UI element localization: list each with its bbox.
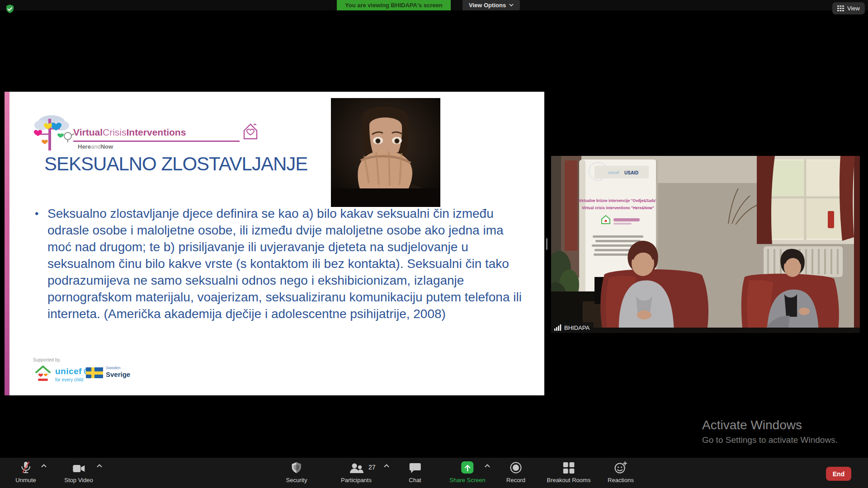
record-icon [510,462,522,474]
child-photo [331,98,440,207]
svg-text:Virtual crisis interventions ": Virtual crisis interventions "Here&Now" [582,206,654,210]
share-screen-icon [462,461,474,474]
reactions-label: Reactions [608,477,634,483]
stop-video-button[interactable]: Stop Video [64,461,93,483]
bullet-marker: • [35,206,38,221]
activate-windows-subtitle: Go to Settings to activate Windows. [702,435,838,445]
microphone-muted-icon [19,461,32,474]
top-bar: You are viewing BHIDAPA's screen View Op… [0,0,868,10]
participants-button[interactable]: Participants [341,461,372,483]
slide-accent-bar [5,92,9,395]
vci-logo-tagline: HereandNow [78,143,113,150]
vci-logo-house-icon [241,122,260,141]
participants-count: 27 [368,464,376,471]
security-button[interactable]: Security [286,461,307,483]
presentation-slide: VirtualCrisisInterventions HereandNow SE… [5,92,544,395]
chat-bubble-icon [409,463,421,474]
vci-logo-tree-icon [28,111,75,154]
slide-body-text: • Seksualno zlostavljanje djece definira… [47,206,527,323]
unmute-button[interactable]: Unmute [15,461,36,483]
share-screen-label: Share Screen [449,477,486,483]
participants-icon [349,463,363,474]
reactions-button[interactable]: Reactions [608,461,634,483]
security-label: Security [286,477,307,483]
video-name-text: BHIDAPA [564,324,590,331]
viewing-screen-banner-text: You are viewing BHIDAPA's screen [345,2,443,9]
view-options-button[interactable]: View Options [462,0,520,10]
view-button[interactable]: View [832,2,865,14]
participants-label: Participants [341,477,372,483]
svg-text:Virtualne krizne intervencije: Virtualne krizne intervencije "Ovdje&Sad… [579,198,657,203]
activate-windows-title: Activate Windows [702,418,802,432]
chat-button[interactable]: Chat [409,461,421,483]
pane-divider-handle[interactable] [546,238,547,250]
camera-icon [72,464,85,474]
stop-video-caret-icon[interactable] [97,464,103,468]
screen-share-area: VirtualCrisisInterventions HereandNow SE… [3,41,544,446]
view-button-label: View [847,5,860,12]
view-options-label: View Options [469,2,506,9]
signal-bars-icon [554,324,561,331]
participant-video[interactable]: unicef USAID Virtualne krizne intervenci… [551,156,860,333]
vci-logo-wordmark: VirtualCrisisInterventions [73,127,186,138]
video-name-tag: BHIDAPA [551,322,594,333]
vci-logo-underline [73,141,240,142]
share-screen-button[interactable]: Share Screen [449,461,486,483]
rollup-unicef-text: unicef [608,170,619,175]
end-meeting-button[interactable]: End [826,467,851,481]
meeting-toolbar [0,458,868,488]
video-scene: unicef USAID Virtualne krizne intervenci… [551,156,860,333]
breakout-rooms-label: Breakout Rooms [547,477,591,483]
viewing-screen-banner: You are viewing BHIDAPA's screen [337,0,451,10]
unmute-label: Unmute [15,477,36,483]
chat-label: Chat [409,477,421,483]
shield-icon [291,462,302,474]
participants-caret-icon[interactable] [384,464,390,468]
sweden-wordmark: Sweden Sverige [106,366,130,378]
share-screen-caret-icon[interactable] [485,464,491,468]
breakout-rooms-button[interactable]: Breakout Rooms [547,461,591,483]
breakout-rooms-icon [563,462,574,474]
record-label: Record [506,477,525,483]
end-meeting-label: End [833,470,844,478]
unmute-caret-icon[interactable] [41,464,47,468]
stop-video-label: Stop Video [64,477,93,483]
meeting-security-shield-icon[interactable] [5,4,15,16]
chevron-down-icon [509,4,514,7]
slide-title: SEKSUALNO ZLOSTAVLJANJE [44,153,307,175]
reactions-smiley-icon [614,461,627,474]
grid-view-icon [837,5,844,11]
record-button[interactable]: Record [506,461,525,483]
bhidapa-house-logo [34,365,52,382]
rollup-usaid-text: USAID [624,170,638,175]
sweden-flag-icon [86,367,103,378]
supported-by-label: Supported by. [33,357,61,362]
